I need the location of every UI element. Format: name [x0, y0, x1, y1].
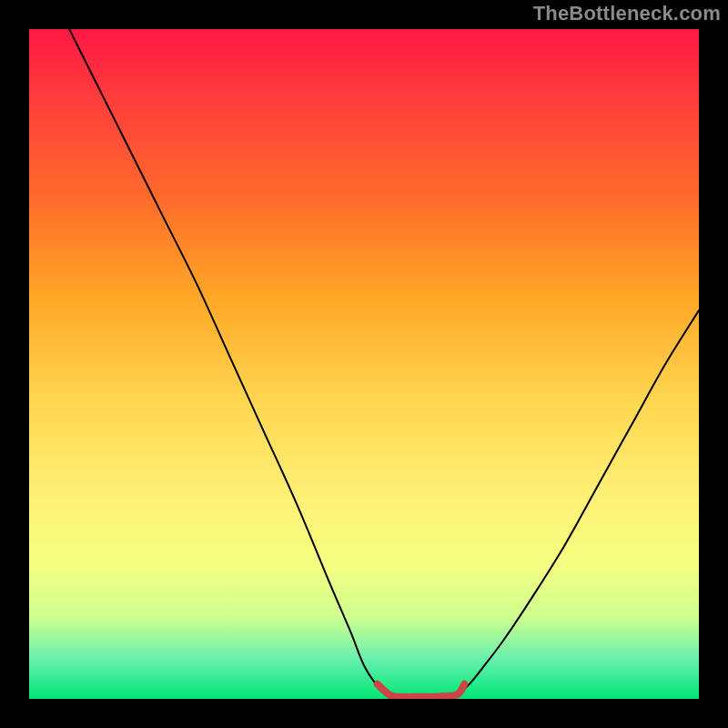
plot-area: [29, 29, 699, 699]
watermark-label: TheBottleneck.com: [533, 2, 721, 25]
chart-frame: TheBottleneck.com: [0, 0, 728, 728]
series-flat-bottom: [378, 684, 465, 697]
series-left-curve: [69, 29, 390, 695]
chart-svg: [29, 29, 699, 699]
series-right-curve: [458, 310, 699, 695]
